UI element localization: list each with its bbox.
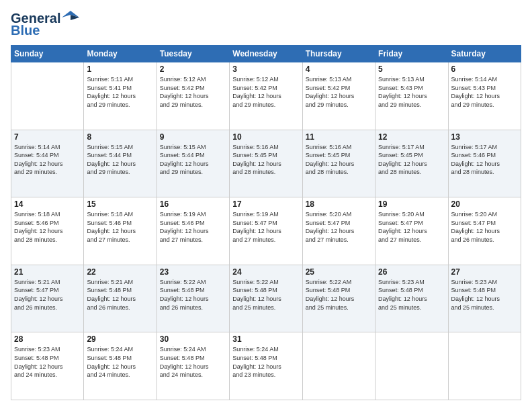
- logo-bird-icon: [62, 8, 79, 26]
- calendar-cell: 13Sunrise: 5:17 AM Sunset: 5:46 PM Dayli…: [448, 130, 521, 197]
- calendar-cell: 5Sunrise: 5:13 AM Sunset: 5:43 PM Daylig…: [375, 62, 448, 130]
- day-info: Sunrise: 5:15 AM Sunset: 5:44 PM Dayligh…: [160, 143, 226, 177]
- logo: General Blue: [11, 11, 79, 38]
- day-number: 25: [306, 267, 372, 277]
- day-number: 7: [14, 132, 81, 142]
- calendar-cell: 21Sunrise: 5:21 AM Sunset: 5:47 PM Dayli…: [11, 265, 84, 332]
- day-info: Sunrise: 5:23 AM Sunset: 5:48 PM Dayligh…: [451, 278, 518, 312]
- day-info: Sunrise: 5:12 AM Sunset: 5:42 PM Dayligh…: [232, 75, 299, 109]
- day-info: Sunrise: 5:18 AM Sunset: 5:46 PM Dayligh…: [14, 210, 81, 244]
- day-info: Sunrise: 5:20 AM Sunset: 5:47 PM Dayligh…: [306, 210, 372, 244]
- calendar-cell: 18Sunrise: 5:20 AM Sunset: 5:47 PM Dayli…: [302, 197, 375, 265]
- calendar-cell: 12Sunrise: 5:17 AM Sunset: 5:45 PM Dayli…: [375, 130, 448, 197]
- day-number: 12: [378, 132, 445, 142]
- calendar-cell: 3Sunrise: 5:12 AM Sunset: 5:42 PM Daylig…: [230, 62, 302, 130]
- day-number: 20: [451, 199, 518, 209]
- day-number: 8: [87, 132, 153, 142]
- day-number: 29: [87, 334, 153, 344]
- day-number: 11: [306, 132, 372, 142]
- day-number: 16: [160, 199, 226, 209]
- day-number: 13: [451, 132, 518, 142]
- page: General Blue SundayMondayTuesdayWednesda…: [0, 0, 532, 411]
- calendar-cell: 9Sunrise: 5:15 AM Sunset: 5:44 PM Daylig…: [157, 130, 229, 197]
- calendar-cell: 16Sunrise: 5:19 AM Sunset: 5:46 PM Dayli…: [157, 197, 229, 265]
- weekday-header-tuesday: Tuesday: [157, 46, 229, 62]
- calendar-cell: [302, 332, 375, 400]
- day-number: 9: [160, 132, 226, 142]
- day-info: Sunrise: 5:17 AM Sunset: 5:46 PM Dayligh…: [451, 143, 518, 177]
- day-number: 19: [378, 199, 445, 209]
- calendar-cell: 24Sunrise: 5:22 AM Sunset: 5:48 PM Dayli…: [230, 265, 302, 332]
- calendar-table: SundayMondayTuesdayWednesdayThursdayFrid…: [11, 45, 521, 400]
- day-info: Sunrise: 5:15 AM Sunset: 5:44 PM Dayligh…: [87, 143, 153, 177]
- day-number: 3: [232, 64, 299, 74]
- calendar-cell: 15Sunrise: 5:18 AM Sunset: 5:46 PM Dayli…: [84, 197, 157, 265]
- calendar-cell: 8Sunrise: 5:15 AM Sunset: 5:44 PM Daylig…: [84, 130, 157, 197]
- day-info: Sunrise: 5:20 AM Sunset: 5:47 PM Dayligh…: [378, 210, 445, 244]
- calendar-cell: 17Sunrise: 5:19 AM Sunset: 5:47 PM Dayli…: [230, 197, 302, 265]
- weekday-header-thursday: Thursday: [302, 46, 375, 62]
- day-number: 18: [306, 199, 372, 209]
- calendar-week-row: 7Sunrise: 5:14 AM Sunset: 5:44 PM Daylig…: [11, 130, 521, 197]
- day-info: Sunrise: 5:12 AM Sunset: 5:42 PM Dayligh…: [160, 75, 226, 109]
- calendar-cell: 26Sunrise: 5:23 AM Sunset: 5:48 PM Dayli…: [375, 265, 448, 332]
- day-info: Sunrise: 5:24 AM Sunset: 5:48 PM Dayligh…: [160, 345, 226, 379]
- day-number: 21: [14, 267, 81, 277]
- day-number: 10: [232, 132, 299, 142]
- day-info: Sunrise: 5:13 AM Sunset: 5:43 PM Dayligh…: [378, 75, 445, 109]
- day-number: 1: [87, 64, 153, 74]
- calendar-cell: 2Sunrise: 5:12 AM Sunset: 5:42 PM Daylig…: [157, 62, 229, 130]
- calendar-cell: 25Sunrise: 5:22 AM Sunset: 5:48 PM Dayli…: [302, 265, 375, 332]
- calendar-cell: 23Sunrise: 5:22 AM Sunset: 5:48 PM Dayli…: [157, 265, 229, 332]
- calendar-cell: [11, 62, 84, 130]
- day-number: 26: [378, 267, 445, 277]
- day-number: 24: [232, 267, 299, 277]
- day-info: Sunrise: 5:14 AM Sunset: 5:44 PM Dayligh…: [14, 143, 81, 177]
- day-number: 30: [160, 334, 226, 344]
- calendar-week-row: 14Sunrise: 5:18 AM Sunset: 5:46 PM Dayli…: [11, 197, 521, 265]
- calendar-header-row: SundayMondayTuesdayWednesdayThursdayFrid…: [11, 46, 521, 62]
- calendar-week-row: 1Sunrise: 5:11 AM Sunset: 5:41 PM Daylig…: [11, 62, 521, 130]
- calendar-week-row: 21Sunrise: 5:21 AM Sunset: 5:47 PM Dayli…: [11, 265, 521, 332]
- weekday-header-monday: Monday: [84, 46, 157, 62]
- calendar-week-row: 28Sunrise: 5:23 AM Sunset: 5:48 PM Dayli…: [11, 332, 521, 400]
- day-number: 23: [160, 267, 226, 277]
- day-number: 31: [232, 334, 299, 344]
- day-number: 6: [451, 64, 518, 74]
- weekday-header-sunday: Sunday: [11, 46, 84, 62]
- day-info: Sunrise: 5:20 AM Sunset: 5:47 PM Dayligh…: [451, 210, 518, 244]
- weekday-header-saturday: Saturday: [448, 46, 521, 62]
- calendar-cell: 4Sunrise: 5:13 AM Sunset: 5:42 PM Daylig…: [302, 62, 375, 130]
- day-number: 4: [306, 64, 372, 74]
- day-number: 22: [87, 267, 153, 277]
- day-info: Sunrise: 5:19 AM Sunset: 5:46 PM Dayligh…: [160, 210, 226, 244]
- day-number: 28: [14, 334, 81, 344]
- calendar-cell: 6Sunrise: 5:14 AM Sunset: 5:43 PM Daylig…: [448, 62, 521, 130]
- calendar-cell: 19Sunrise: 5:20 AM Sunset: 5:47 PM Dayli…: [375, 197, 448, 265]
- day-info: Sunrise: 5:24 AM Sunset: 5:48 PM Dayligh…: [87, 345, 153, 379]
- calendar-cell: 20Sunrise: 5:20 AM Sunset: 5:47 PM Dayli…: [448, 197, 521, 265]
- calendar-cell: 29Sunrise: 5:24 AM Sunset: 5:48 PM Dayli…: [84, 332, 157, 400]
- calendar-cell: [448, 332, 521, 400]
- day-info: Sunrise: 5:21 AM Sunset: 5:48 PM Dayligh…: [87, 278, 153, 312]
- day-info: Sunrise: 5:19 AM Sunset: 5:47 PM Dayligh…: [232, 210, 299, 244]
- calendar-cell: 28Sunrise: 5:23 AM Sunset: 5:48 PM Dayli…: [11, 332, 84, 400]
- header: General Blue: [11, 11, 521, 38]
- day-info: Sunrise: 5:17 AM Sunset: 5:45 PM Dayligh…: [378, 143, 445, 177]
- day-info: Sunrise: 5:22 AM Sunset: 5:48 PM Dayligh…: [160, 278, 226, 312]
- calendar-cell: 22Sunrise: 5:21 AM Sunset: 5:48 PM Dayli…: [84, 265, 157, 332]
- calendar-cell: 1Sunrise: 5:11 AM Sunset: 5:41 PM Daylig…: [84, 62, 157, 130]
- day-info: Sunrise: 5:21 AM Sunset: 5:47 PM Dayligh…: [14, 278, 81, 312]
- calendar-cell: 14Sunrise: 5:18 AM Sunset: 5:46 PM Dayli…: [11, 197, 84, 265]
- day-number: 14: [14, 199, 81, 209]
- calendar-cell: 7Sunrise: 5:14 AM Sunset: 5:44 PM Daylig…: [11, 130, 84, 197]
- calendar-cell: [375, 332, 448, 400]
- day-number: 17: [232, 199, 299, 209]
- weekday-header-wednesday: Wednesday: [230, 46, 302, 62]
- day-info: Sunrise: 5:13 AM Sunset: 5:42 PM Dayligh…: [306, 75, 372, 109]
- calendar-cell: 11Sunrise: 5:16 AM Sunset: 5:45 PM Dayli…: [302, 130, 375, 197]
- calendar-cell: 27Sunrise: 5:23 AM Sunset: 5:48 PM Dayli…: [448, 265, 521, 332]
- day-number: 15: [87, 199, 153, 209]
- day-info: Sunrise: 5:23 AM Sunset: 5:48 PM Dayligh…: [14, 345, 81, 379]
- day-number: 5: [378, 64, 445, 74]
